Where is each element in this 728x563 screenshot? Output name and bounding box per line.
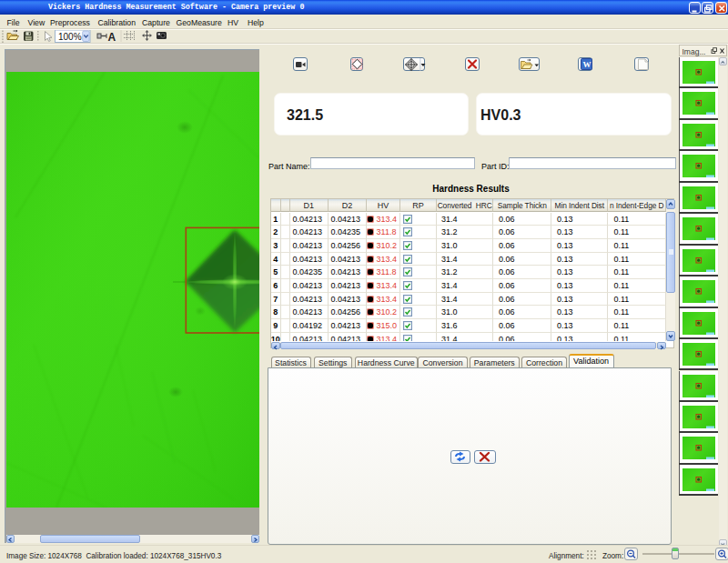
svg-text:W: W	[582, 60, 591, 69]
svg-text:A: A	[108, 31, 116, 44]
svg-text:100%: 100%	[58, 32, 82, 42]
